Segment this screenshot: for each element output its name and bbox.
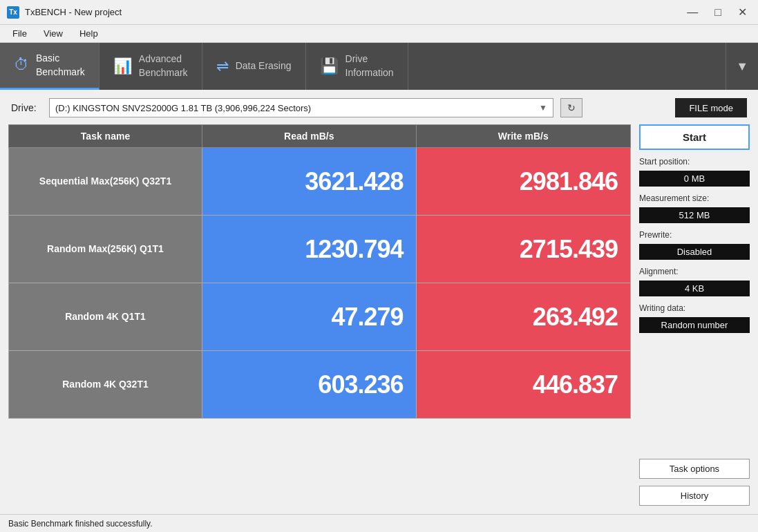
row-read-2: 47.279 bbox=[202, 283, 417, 350]
title-bar-controls: — □ ✕ bbox=[683, 7, 751, 18]
advanced-benchmark-label-line2: Benchmark bbox=[139, 66, 188, 80]
table-row: Sequential Max(256K) Q32T1 3621.428 2981… bbox=[8, 148, 631, 216]
row-label-2: Random 4K Q1T1 bbox=[9, 283, 202, 350]
advanced-benchmark-label-line1: Advanced bbox=[139, 53, 188, 66]
maximize-button[interactable]: □ bbox=[710, 7, 726, 18]
drive-select-chevron-icon: ▼ bbox=[539, 103, 547, 113]
drive-label: Drive: bbox=[11, 102, 42, 113]
toolbar-advanced-benchmark[interactable]: 📊 Advanced Benchmark bbox=[100, 43, 202, 90]
menu-help[interactable]: Help bbox=[73, 26, 105, 41]
col-header-read: Read mB/s bbox=[202, 125, 417, 147]
row-label-3: Random 4K Q32T1 bbox=[9, 351, 202, 418]
prewrite-label: Prewrite: bbox=[639, 230, 750, 240]
menu-view[interactable]: View bbox=[37, 26, 70, 41]
history-button[interactable]: History bbox=[639, 486, 750, 506]
data-erasing-icon: ⇌ bbox=[216, 57, 229, 77]
col-header-task: Task name bbox=[9, 125, 202, 147]
drive-row: Drive: (D:) KINGSTON SNV2S2000G 1.81 TB … bbox=[8, 98, 750, 117]
start-position-value: 0 MB bbox=[639, 171, 750, 187]
status-bar: Basic Benchmark finished successfully. bbox=[0, 514, 758, 532]
toolbar-basic-benchmark[interactable]: ⏱ Basic Benchmark bbox=[0, 43, 100, 90]
menu-bar: File View Help bbox=[0, 25, 758, 43]
task-options-button[interactable]: Task options bbox=[639, 459, 750, 479]
title-bar: Tx TxBENCH - New project — □ ✕ bbox=[0, 0, 758, 25]
start-position-label: Start position: bbox=[639, 157, 750, 167]
drive-refresh-button[interactable]: ↻ bbox=[560, 98, 582, 117]
refresh-icon: ↻ bbox=[567, 102, 576, 113]
right-panel: Start Start position: 0 MB Measurement s… bbox=[639, 124, 750, 506]
main-content: Drive: (D:) KINGSTON SNV2S2000G 1.81 TB … bbox=[0, 90, 758, 514]
toolbar-drive-information[interactable]: 💾 Drive Information bbox=[306, 43, 408, 90]
drive-information-label-line2: Information bbox=[345, 66, 394, 80]
menu-file[interactable]: File bbox=[6, 26, 34, 41]
toolbar-data-erasing[interactable]: ⇌ Data Erasing bbox=[202, 43, 306, 90]
basic-benchmark-label-line2: Benchmark bbox=[36, 66, 85, 79]
title-bar-left: Tx TxBENCH - New project bbox=[7, 6, 122, 19]
alignment-value: 4 KB bbox=[639, 281, 750, 296]
table-row: Random 4K Q32T1 603.236 446.837 bbox=[8, 351, 631, 419]
writing-data-value: Random number bbox=[639, 317, 750, 333]
app-icon: Tx bbox=[7, 6, 19, 19]
close-button[interactable]: ✕ bbox=[734, 7, 751, 18]
row-read-3: 603.236 bbox=[202, 351, 417, 418]
measurement-size-label: Measurement size: bbox=[639, 193, 750, 203]
start-button[interactable]: Start bbox=[639, 124, 750, 150]
row-label-1: Random Max(256K) Q1T1 bbox=[9, 216, 202, 283]
row-read-0: 3621.428 bbox=[202, 148, 417, 215]
prewrite-value: Disabled bbox=[639, 244, 750, 260]
table-row: Random 4K Q1T1 47.279 263.492 bbox=[8, 283, 631, 351]
measurement-size-value: 512 MB bbox=[639, 207, 750, 223]
data-erasing-label-line1: Data Erasing bbox=[236, 59, 292, 73]
drive-information-label-line1: Drive bbox=[345, 53, 394, 66]
basic-benchmark-label-line1: Basic bbox=[36, 52, 85, 66]
window-title: TxBENCH - New project bbox=[25, 7, 122, 17]
drive-value: (D:) KINGSTON SNV2S2000G 1.81 TB (3,906,… bbox=[55, 103, 311, 113]
toolbar: ⏱ Basic Benchmark 📊 Advanced Benchmark ⇌… bbox=[0, 43, 758, 90]
toolbar-dropdown[interactable]: ▼ bbox=[726, 43, 758, 90]
row-label-0: Sequential Max(256K) Q32T1 bbox=[9, 148, 202, 215]
writing-data-label: Writing data: bbox=[639, 303, 750, 313]
row-write-0: 2981.846 bbox=[417, 148, 631, 215]
row-write-2: 263.492 bbox=[417, 283, 631, 350]
table-header: Task name Read mB/s Write mB/s bbox=[8, 124, 631, 148]
table-row: Random Max(256K) Q1T1 1230.794 2715.439 bbox=[8, 216, 631, 283]
drive-information-icon: 💾 bbox=[320, 57, 339, 77]
row-write-1: 2715.439 bbox=[417, 216, 631, 283]
basic-benchmark-icon: ⏱ bbox=[14, 55, 29, 75]
advanced-benchmark-icon: 📊 bbox=[113, 57, 132, 77]
row-read-1: 1230.794 bbox=[202, 216, 417, 283]
row-write-3: 446.837 bbox=[417, 351, 631, 418]
drive-selector[interactable]: (D:) KINGSTON SNV2S2000G 1.81 TB (3,906,… bbox=[49, 98, 553, 117]
alignment-label: Alignment: bbox=[639, 267, 750, 276]
benchmark-table: Task name Read mB/s Write mB/s Sequentia… bbox=[8, 124, 631, 506]
chevron-down-icon: ▼ bbox=[736, 59, 748, 74]
status-text: Basic Benchmark finished successfully. bbox=[8, 519, 153, 529]
col-header-write: Write mB/s bbox=[417, 125, 631, 147]
file-mode-button[interactable]: FILE mode bbox=[675, 98, 747, 117]
minimize-button[interactable]: — bbox=[683, 7, 702, 18]
bench-area: Task name Read mB/s Write mB/s Sequentia… bbox=[8, 124, 750, 506]
